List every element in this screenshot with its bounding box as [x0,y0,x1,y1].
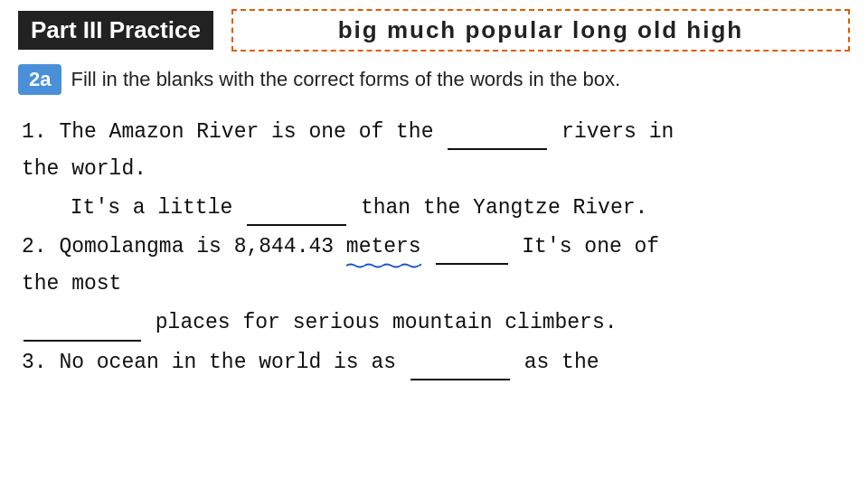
word-box: big much popular long old high [231,9,850,52]
blank-3 [436,228,508,265]
header-row: Part III Practice big much popular long … [18,9,850,52]
blank-1 [448,113,547,150]
sentence-1-end: rivers in [561,120,674,144]
sentence-2-line-1: 2. Qomolangma is 8,844.43 meters It's on… [22,228,850,265]
instruction-text: Fill in the blanks with the correct form… [71,68,620,91]
sentence-2-line-2: the most [22,267,850,302]
sentence-1-text: 1. The Amazon River is one of the [22,120,433,144]
wavy-meters: meters [346,230,421,265]
places-text: places for serious mountain climbers. [156,311,618,334]
as-the-text: as the [524,351,599,374]
blank-5 [410,343,510,380]
page-container: Part III Practice big much popular long … [0,0,868,488]
no-ocean-text: 3. No ocean in the world is as [22,351,396,374]
content-area: 1. The Amazon River is one of the rivers… [18,113,850,380]
its-one-text: It's one of [522,235,659,258]
instruction-row: 2a Fill in the blanks with the correct f… [18,64,850,95]
the-world-text: the world. [22,157,146,181]
part-label: Part III Practice [18,11,213,50]
sentence-3-line-1: 3. No ocean in the world is as as the [22,343,850,380]
yangtze-text: than the Yangtze River. [361,196,647,220]
badge-2a: 2a [18,64,61,95]
little-text: It's a little [71,196,232,220]
blank-4 [24,304,141,341]
blank-2 [247,189,346,226]
the-most-text: the most [22,272,121,296]
sentence-1-line-3: It's a little than the Yangtze River. [22,189,850,226]
sentence-2-line-3: places for serious mountain climbers. [22,304,850,341]
sentence-1-line-1: 1. The Amazon River is one of the rivers… [22,113,850,150]
sentence-1-line-2: the world. [22,152,850,187]
qomolangma-text: 2. Qomolangma is 8,844.43 meters [22,235,421,258]
